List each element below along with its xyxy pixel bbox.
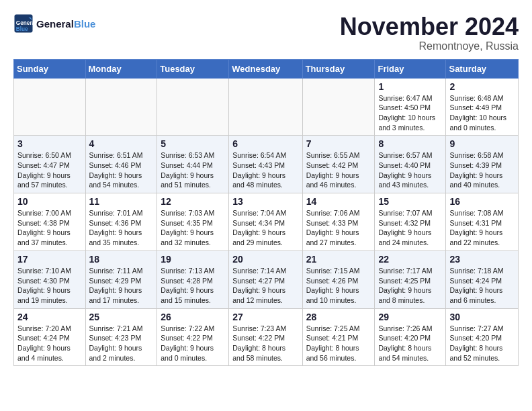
day-info: Sunrise: 7:08 AM Sunset: 4:31 PM Dayligh… (449, 208, 515, 248)
calendar-week-row: 3Sunrise: 6:50 AM Sunset: 4:47 PM Daylig… (14, 136, 519, 193)
calendar-cell: 6Sunrise: 6:54 AM Sunset: 4:43 PM Daylig… (229, 136, 302, 193)
day-info: Sunrise: 7:07 AM Sunset: 4:32 PM Dayligh… (378, 208, 442, 248)
calendar-cell: 5Sunrise: 6:53 AM Sunset: 4:44 PM Daylig… (157, 136, 229, 193)
day-info: Sunrise: 7:03 AM Sunset: 4:35 PM Dayligh… (161, 208, 225, 248)
day-number: 18 (89, 254, 154, 265)
calendar-cell: 14Sunrise: 7:06 AM Sunset: 4:33 PM Dayli… (302, 193, 375, 251)
calendar-cell: 3Sunrise: 6:50 AM Sunset: 4:47 PM Daylig… (14, 136, 86, 193)
header-cell-friday: Friday (375, 59, 446, 78)
calendar-cell: 7Sunrise: 6:55 AM Sunset: 4:42 PM Daylig… (302, 136, 375, 193)
calendar-cell (229, 78, 302, 136)
calendar-table: SundayMondayTuesdayWednesdayThursdayFrid… (13, 59, 519, 367)
day-number: 25 (89, 312, 154, 322)
day-info: Sunrise: 7:22 AM Sunset: 4:22 PM Dayligh… (161, 324, 225, 363)
header-cell-thursday: Thursday (302, 59, 375, 78)
header-cell-saturday: Saturday (446, 59, 519, 78)
day-info: Sunrise: 6:55 AM Sunset: 4:42 PM Dayligh… (306, 150, 371, 190)
day-number: 13 (232, 196, 298, 207)
day-info: Sunrise: 7:13 AM Sunset: 4:28 PM Dayligh… (161, 266, 225, 306)
calendar-cell: 20Sunrise: 7:14 AM Sunset: 4:27 PM Dayli… (229, 250, 302, 308)
calendar-cell: 13Sunrise: 7:04 AM Sunset: 4:34 PM Dayli… (229, 193, 302, 251)
calendar-header-row: SundayMondayTuesdayWednesdayThursdayFrid… (14, 59, 519, 78)
day-number: 1 (378, 81, 442, 92)
day-info: Sunrise: 7:10 AM Sunset: 4:30 PM Dayligh… (17, 266, 82, 306)
day-number: 20 (232, 254, 298, 265)
location: Remontnoye, Russia (340, 40, 519, 52)
calendar-week-row: 10Sunrise: 7:00 AM Sunset: 4:38 PM Dayli… (14, 193, 519, 251)
day-info: Sunrise: 7:01 AM Sunset: 4:36 PM Dayligh… (89, 208, 154, 248)
day-info: Sunrise: 6:47 AM Sunset: 4:50 PM Dayligh… (378, 93, 442, 133)
calendar-cell: 9Sunrise: 6:58 AM Sunset: 4:39 PM Daylig… (446, 136, 519, 193)
calendar-cell: 2Sunrise: 6:48 AM Sunset: 4:49 PM Daylig… (446, 78, 519, 136)
day-info: Sunrise: 7:14 AM Sunset: 4:27 PM Dayligh… (232, 266, 298, 306)
calendar-cell: 27Sunrise: 7:23 AM Sunset: 4:22 PM Dayli… (229, 308, 302, 366)
logo: General Blue GeneralBlue (13, 13, 95, 34)
day-info: Sunrise: 6:50 AM Sunset: 4:47 PM Dayligh… (17, 150, 82, 190)
day-info: Sunrise: 6:51 AM Sunset: 4:46 PM Dayligh… (89, 150, 154, 190)
logo-icon: General Blue (13, 13, 34, 34)
day-number: 22 (378, 254, 442, 265)
header-cell-monday: Monday (85, 59, 157, 78)
day-info: Sunrise: 7:25 AM Sunset: 4:21 PM Dayligh… (306, 324, 371, 363)
day-info: Sunrise: 6:54 AM Sunset: 4:43 PM Dayligh… (232, 150, 298, 190)
calendar-cell (157, 78, 229, 136)
day-info: Sunrise: 6:53 AM Sunset: 4:44 PM Dayligh… (161, 150, 225, 190)
day-info: Sunrise: 7:26 AM Sunset: 4:20 PM Dayligh… (378, 324, 442, 363)
calendar-cell: 29Sunrise: 7:26 AM Sunset: 4:20 PM Dayli… (375, 308, 446, 366)
day-info: Sunrise: 7:00 AM Sunset: 4:38 PM Dayligh… (17, 208, 82, 248)
day-number: 26 (161, 312, 225, 322)
header-cell-wednesday: Wednesday (229, 59, 302, 78)
svg-text:General: General (16, 20, 34, 26)
calendar-week-row: 24Sunrise: 7:20 AM Sunset: 4:24 PM Dayli… (14, 308, 519, 366)
calendar-week-row: 1Sunrise: 6:47 AM Sunset: 4:50 PM Daylig… (14, 78, 519, 136)
svg-text:Blue: Blue (16, 26, 28, 32)
day-number: 2 (449, 81, 515, 92)
calendar-cell: 22Sunrise: 7:17 AM Sunset: 4:25 PM Dayli… (375, 250, 446, 308)
calendar-cell: 10Sunrise: 7:00 AM Sunset: 4:38 PM Dayli… (14, 193, 86, 251)
day-info: Sunrise: 6:57 AM Sunset: 4:40 PM Dayligh… (378, 150, 442, 190)
header-cell-tuesday: Tuesday (157, 59, 229, 78)
calendar-cell: 12Sunrise: 7:03 AM Sunset: 4:35 PM Dayli… (157, 193, 229, 251)
day-number: 9 (449, 138, 515, 149)
day-info: Sunrise: 6:48 AM Sunset: 4:49 PM Dayligh… (449, 93, 515, 133)
day-info: Sunrise: 7:15 AM Sunset: 4:26 PM Dayligh… (306, 266, 371, 306)
title-area: November 2024 Remontnoye, Russia (340, 13, 519, 52)
day-number: 14 (306, 196, 371, 207)
calendar-cell: 11Sunrise: 7:01 AM Sunset: 4:36 PM Dayli… (85, 193, 157, 251)
day-info: Sunrise: 7:21 AM Sunset: 4:23 PM Dayligh… (89, 324, 154, 363)
day-number: 30 (449, 312, 515, 322)
day-number: 24 (17, 312, 82, 322)
day-info: Sunrise: 7:17 AM Sunset: 4:25 PM Dayligh… (378, 266, 442, 306)
day-number: 16 (449, 196, 515, 207)
header: General Blue GeneralBlue November 2024 R… (13, 13, 519, 52)
calendar-cell: 18Sunrise: 7:11 AM Sunset: 4:29 PM Dayli… (85, 250, 157, 308)
calendar-cell: 17Sunrise: 7:10 AM Sunset: 4:30 PM Dayli… (14, 250, 86, 308)
calendar-cell (14, 78, 86, 136)
calendar-cell (302, 78, 375, 136)
day-number: 6 (232, 138, 298, 149)
calendar-cell: 4Sunrise: 6:51 AM Sunset: 4:46 PM Daylig… (85, 136, 157, 193)
day-info: Sunrise: 7:06 AM Sunset: 4:33 PM Dayligh… (306, 208, 371, 248)
calendar-cell: 16Sunrise: 7:08 AM Sunset: 4:31 PM Dayli… (446, 193, 519, 251)
day-number: 8 (378, 138, 442, 149)
day-number: 10 (17, 196, 82, 207)
day-number: 19 (161, 254, 225, 265)
calendar-cell: 26Sunrise: 7:22 AM Sunset: 4:22 PM Dayli… (157, 308, 229, 366)
calendar-cell: 8Sunrise: 6:57 AM Sunset: 4:40 PM Daylig… (375, 136, 446, 193)
calendar-cell (85, 78, 157, 136)
calendar-cell: 30Sunrise: 7:27 AM Sunset: 4:20 PM Dayli… (446, 308, 519, 366)
calendar-cell: 25Sunrise: 7:21 AM Sunset: 4:23 PM Dayli… (85, 308, 157, 366)
day-number: 3 (17, 138, 82, 149)
day-info: Sunrise: 7:11 AM Sunset: 4:29 PM Dayligh… (89, 266, 154, 306)
day-number: 28 (306, 312, 371, 322)
day-info: Sunrise: 7:27 AM Sunset: 4:20 PM Dayligh… (449, 324, 515, 363)
day-info: Sunrise: 6:58 AM Sunset: 4:39 PM Dayligh… (449, 150, 515, 190)
logo-text: GeneralBlue (36, 18, 95, 30)
day-number: 12 (161, 196, 225, 207)
calendar-week-row: 17Sunrise: 7:10 AM Sunset: 4:30 PM Dayli… (14, 250, 519, 308)
header-cell-sunday: Sunday (14, 59, 86, 78)
month-title: November 2024 (340, 13, 519, 40)
calendar-cell: 23Sunrise: 7:18 AM Sunset: 4:24 PM Dayli… (446, 250, 519, 308)
calendar-cell: 15Sunrise: 7:07 AM Sunset: 4:32 PM Dayli… (375, 193, 446, 251)
day-number: 15 (378, 196, 442, 207)
